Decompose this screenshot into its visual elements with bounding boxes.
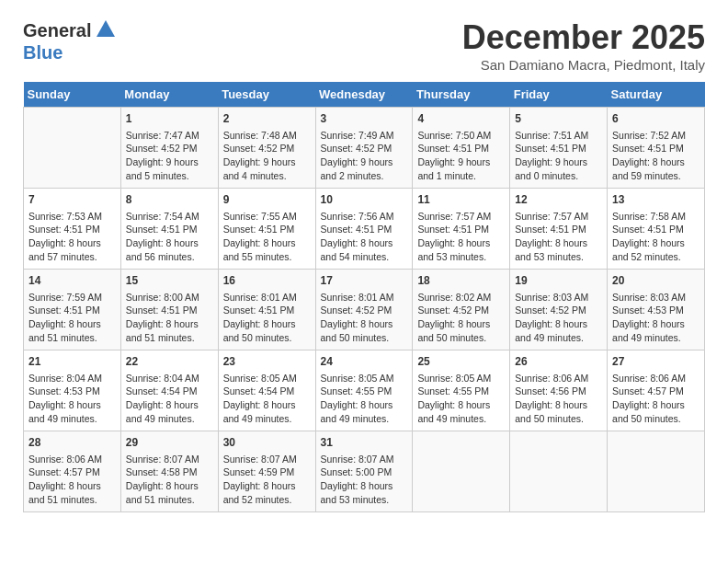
day-info: Sunrise: 8:05 AM Sunset: 4:54 PM Dayligh… [223, 372, 311, 426]
calendar-cell: 25Sunrise: 8:05 AM Sunset: 4:55 PM Dayli… [413, 350, 510, 431]
day-number: 15 [126, 273, 213, 289]
calendar-cell: 3Sunrise: 7:49 AM Sunset: 4:52 PM Daylig… [315, 108, 413, 189]
calendar-cell: 18Sunrise: 8:02 AM Sunset: 4:52 PM Dayli… [413, 270, 510, 350]
calendar-cell: 19Sunrise: 8:03 AM Sunset: 4:52 PM Dayli… [510, 270, 608, 350]
day-number: 6 [612, 111, 700, 127]
month-title: December 2025 [462, 18, 705, 57]
logo-blue-text: Blue [23, 42, 63, 63]
svg-marker-0 [97, 20, 115, 37]
calendar-cell: 15Sunrise: 8:00 AM Sunset: 4:51 PM Dayli… [120, 270, 218, 350]
day-info: Sunrise: 7:47 AM Sunset: 4:52 PM Dayligh… [126, 129, 213, 183]
day-number: 28 [28, 435, 116, 451]
calendar-cell: 7Sunrise: 7:53 AM Sunset: 4:51 PM Daylig… [24, 189, 121, 270]
day-info: Sunrise: 7:57 AM Sunset: 4:51 PM Dayligh… [417, 210, 505, 264]
calendar-cell: 5Sunrise: 7:51 AM Sunset: 4:51 PM Daylig… [510, 108, 608, 189]
day-number: 13 [612, 192, 700, 208]
calendar-week-4: 21Sunrise: 8:04 AM Sunset: 4:53 PM Dayli… [24, 350, 705, 431]
page-header: General Blue December 2025 San Damiano M… [23, 18, 705, 73]
calendar-week-5: 28Sunrise: 8:06 AM Sunset: 4:57 PM Dayli… [24, 431, 705, 512]
day-info: Sunrise: 8:06 AM Sunset: 4:56 PM Dayligh… [515, 372, 602, 426]
calendar-cell: 8Sunrise: 7:54 AM Sunset: 4:51 PM Daylig… [120, 189, 218, 270]
day-number: 23 [223, 354, 311, 370]
day-number: 1 [126, 111, 213, 127]
calendar-cell: 26Sunrise: 8:06 AM Sunset: 4:56 PM Dayli… [510, 350, 608, 431]
day-number: 2 [223, 111, 311, 127]
calendar-cell: 23Sunrise: 8:05 AM Sunset: 4:54 PM Dayli… [218, 350, 315, 431]
calendar-cell: 28Sunrise: 8:06 AM Sunset: 4:57 PM Dayli… [24, 431, 121, 512]
day-info: Sunrise: 8:02 AM Sunset: 4:52 PM Dayligh… [417, 291, 505, 345]
day-info: Sunrise: 8:03 AM Sunset: 4:53 PM Dayligh… [612, 291, 700, 345]
calendar-cell: 12Sunrise: 7:57 AM Sunset: 4:51 PM Dayli… [510, 189, 608, 270]
calendar-cell: 11Sunrise: 7:57 AM Sunset: 4:51 PM Dayli… [413, 189, 510, 270]
day-number: 31 [321, 435, 408, 451]
header-day-friday: Friday [510, 82, 608, 108]
day-info: Sunrise: 8:06 AM Sunset: 4:57 PM Dayligh… [612, 372, 700, 426]
day-number: 29 [126, 435, 213, 451]
day-number: 8 [126, 192, 213, 208]
day-info: Sunrise: 8:03 AM Sunset: 4:52 PM Dayligh… [515, 291, 602, 345]
calendar-cell: 31Sunrise: 8:07 AM Sunset: 5:00 PM Dayli… [315, 431, 413, 512]
calendar-cell [24, 108, 121, 189]
header-day-wednesday: Wednesday [315, 82, 413, 108]
calendar-cell: 17Sunrise: 8:01 AM Sunset: 4:52 PM Dayli… [315, 270, 413, 350]
day-number: 5 [515, 111, 602, 127]
day-info: Sunrise: 8:04 AM Sunset: 4:53 PM Dayligh… [28, 372, 116, 426]
calendar-cell [413, 431, 510, 512]
day-info: Sunrise: 8:06 AM Sunset: 4:57 PM Dayligh… [28, 453, 116, 507]
day-number: 16 [223, 273, 311, 289]
day-number: 7 [28, 192, 116, 208]
day-number: 24 [321, 354, 408, 370]
calendar-cell: 27Sunrise: 8:06 AM Sunset: 4:57 PM Dayli… [608, 350, 705, 431]
day-info: Sunrise: 8:04 AM Sunset: 4:54 PM Dayligh… [126, 372, 213, 426]
day-number: 12 [515, 192, 602, 208]
calendar-cell: 1Sunrise: 7:47 AM Sunset: 4:52 PM Daylig… [120, 108, 218, 189]
calendar-table: SundayMondayTuesdayWednesdayThursdayFrid… [23, 82, 705, 512]
calendar-cell: 6Sunrise: 7:52 AM Sunset: 4:51 PM Daylig… [608, 108, 705, 189]
calendar-cell: 21Sunrise: 8:04 AM Sunset: 4:53 PM Dayli… [24, 350, 121, 431]
day-info: Sunrise: 7:50 AM Sunset: 4:51 PM Dayligh… [417, 129, 505, 183]
calendar-cell: 20Sunrise: 8:03 AM Sunset: 4:53 PM Dayli… [608, 270, 705, 350]
day-info: Sunrise: 8:01 AM Sunset: 4:52 PM Dayligh… [321, 291, 408, 345]
day-number: 22 [126, 354, 213, 370]
calendar-week-3: 14Sunrise: 7:59 AM Sunset: 4:51 PM Dayli… [24, 270, 705, 350]
day-info: Sunrise: 7:48 AM Sunset: 4:52 PM Dayligh… [223, 129, 311, 183]
header-day-sunday: Sunday [24, 82, 121, 108]
logo: General Blue [23, 18, 116, 63]
header-day-thursday: Thursday [413, 82, 510, 108]
calendar-body: 1Sunrise: 7:47 AM Sunset: 4:52 PM Daylig… [24, 108, 705, 512]
day-info: Sunrise: 7:57 AM Sunset: 4:51 PM Dayligh… [515, 210, 602, 264]
day-number: 26 [515, 354, 602, 370]
day-number: 4 [417, 111, 505, 127]
calendar-cell: 16Sunrise: 8:01 AM Sunset: 4:51 PM Dayli… [218, 270, 315, 350]
calendar-cell: 2Sunrise: 7:48 AM Sunset: 4:52 PM Daylig… [218, 108, 315, 189]
day-info: Sunrise: 8:05 AM Sunset: 4:55 PM Dayligh… [417, 372, 505, 426]
calendar-cell [608, 431, 705, 512]
day-info: Sunrise: 7:53 AM Sunset: 4:51 PM Dayligh… [28, 210, 116, 264]
day-number: 9 [223, 192, 311, 208]
calendar-cell: 4Sunrise: 7:50 AM Sunset: 4:51 PM Daylig… [413, 108, 510, 189]
day-info: Sunrise: 8:07 AM Sunset: 5:00 PM Dayligh… [321, 453, 408, 507]
calendar-cell: 13Sunrise: 7:58 AM Sunset: 4:51 PM Dayli… [608, 189, 705, 270]
day-info: Sunrise: 8:07 AM Sunset: 4:58 PM Dayligh… [126, 453, 213, 507]
day-info: Sunrise: 7:55 AM Sunset: 4:51 PM Dayligh… [223, 210, 311, 264]
day-number: 21 [28, 354, 116, 370]
day-info: Sunrise: 7:58 AM Sunset: 4:51 PM Dayligh… [612, 210, 700, 264]
day-info: Sunrise: 8:00 AM Sunset: 4:51 PM Dayligh… [126, 291, 213, 345]
header-day-saturday: Saturday [608, 82, 705, 108]
day-number: 11 [417, 192, 505, 208]
day-number: 30 [223, 435, 311, 451]
day-number: 17 [321, 273, 408, 289]
location-text: San Damiano Macra, Piedmont, Italy [462, 57, 705, 73]
logo-general-text: General [23, 20, 91, 41]
calendar-cell: 9Sunrise: 7:55 AM Sunset: 4:51 PM Daylig… [218, 189, 315, 270]
logo-triangle-icon [96, 18, 116, 42]
day-info: Sunrise: 7:59 AM Sunset: 4:51 PM Dayligh… [28, 291, 116, 345]
day-number: 3 [321, 111, 408, 127]
day-info: Sunrise: 7:49 AM Sunset: 4:52 PM Dayligh… [321, 129, 408, 183]
calendar-header: SundayMondayTuesdayWednesdayThursdayFrid… [24, 82, 705, 108]
day-info: Sunrise: 7:56 AM Sunset: 4:51 PM Dayligh… [321, 210, 408, 264]
calendar-week-1: 1Sunrise: 7:47 AM Sunset: 4:52 PM Daylig… [24, 108, 705, 189]
day-number: 18 [417, 273, 505, 289]
calendar-cell: 10Sunrise: 7:56 AM Sunset: 4:51 PM Dayli… [315, 189, 413, 270]
calendar-week-2: 7Sunrise: 7:53 AM Sunset: 4:51 PM Daylig… [24, 189, 705, 270]
